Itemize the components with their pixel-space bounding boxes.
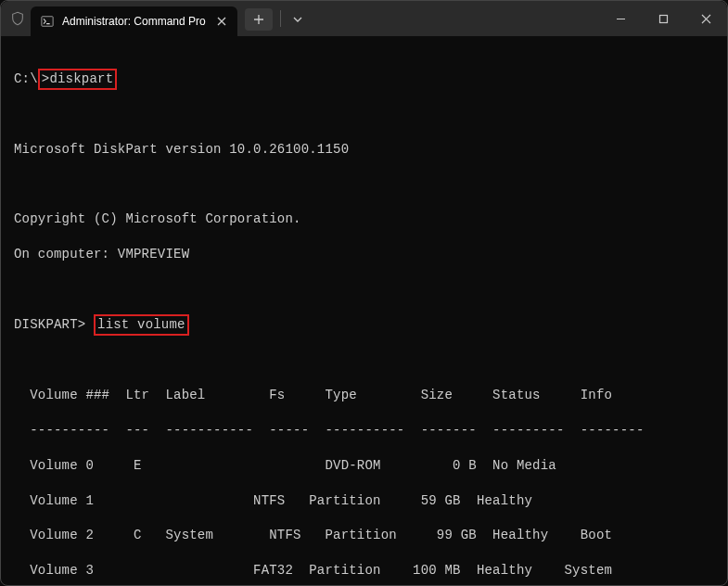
highlight-cmd-diskpart: >diskpart <box>38 69 117 90</box>
maximize-button[interactable] <box>642 1 684 36</box>
svg-rect-0 <box>42 17 53 27</box>
highlight-cmd-list-volume: list volume <box>94 314 189 336</box>
prompt-line-2: DISKPART> list volume <box>14 316 714 334</box>
table-header: Volume ### Ltr Label Fs Type Size Status… <box>14 387 714 404</box>
divider <box>280 10 281 27</box>
computer-line: On computer: VMPREVIEW <box>14 246 714 263</box>
terminal-output[interactable]: C:\>diskpart Microsoft DiskPart version … <box>1 36 727 586</box>
new-tab-button[interactable] <box>245 8 273 31</box>
minimize-button[interactable] <box>599 1 642 36</box>
table-separator: ---------- --- ----------- ----- -------… <box>14 422 714 440</box>
titlebar: Administrator: Command Pro <box>1 1 727 36</box>
tab-close-button[interactable] <box>213 13 230 30</box>
copyright-line: Copyright (C) Microsoft Corporation. <box>14 210 714 228</box>
svg-rect-3 <box>659 15 667 22</box>
table-row: Volume 1 NTFS Partition 59 GB Healthy <box>14 492 714 510</box>
cmd-icon <box>40 14 55 29</box>
version-line: Microsoft DiskPart version 10.0.26100.11… <box>14 141 714 159</box>
tab-title: Administrator: Command Pro <box>62 15 206 28</box>
tab-dropdown-button[interactable] <box>287 8 309 31</box>
tab[interactable]: Administrator: Command Pro <box>31 6 237 36</box>
prompt-line-1: C:\>diskpart <box>14 70 714 88</box>
table-row: Volume 0 E DVD-ROM 0 B No Media <box>14 457 714 475</box>
table-row: Volume 2 C System NTFS Partition 99 GB H… <box>14 527 714 544</box>
shield-icon <box>1 1 31 36</box>
close-button[interactable] <box>684 1 727 36</box>
table-row: Volume 3 FAT32 Partition 100 MB Healthy … <box>14 562 714 580</box>
